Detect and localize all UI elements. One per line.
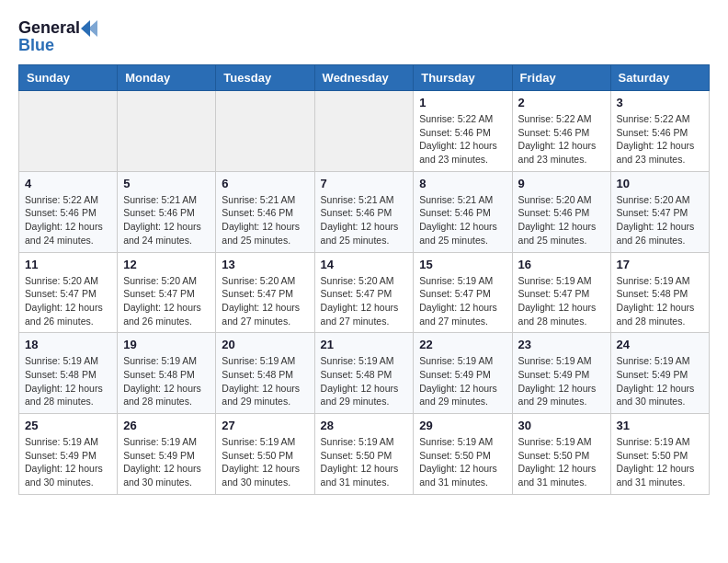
calendar-cell: 26Sunrise: 5:19 AM Sunset: 5:49 PM Dayli… xyxy=(118,414,216,495)
calendar-cell: 4Sunrise: 5:22 AM Sunset: 5:46 PM Daylig… xyxy=(19,171,118,252)
day-number: 14 xyxy=(321,258,408,271)
day-number: 2 xyxy=(518,96,605,109)
day-info: Sunrise: 5:20 AM Sunset: 5:47 PM Dayligh… xyxy=(25,274,111,328)
day-number: 22 xyxy=(419,338,506,351)
day-number: 28 xyxy=(321,419,408,432)
day-info: Sunrise: 5:19 AM Sunset: 5:50 PM Dayligh… xyxy=(419,435,506,489)
day-info: Sunrise: 5:22 AM Sunset: 5:46 PM Dayligh… xyxy=(419,112,506,167)
calendar-cell: 25Sunrise: 5:19 AM Sunset: 5:49 PM Dayli… xyxy=(19,414,118,495)
calendar-cell: 14Sunrise: 5:20 AM Sunset: 5:47 PM Dayli… xyxy=(314,252,414,333)
calendar-cell: 21Sunrise: 5:19 AM Sunset: 5:48 PM Dayli… xyxy=(314,333,414,414)
day-info: Sunrise: 5:22 AM Sunset: 5:46 PM Dayligh… xyxy=(617,112,703,167)
day-info: Sunrise: 5:19 AM Sunset: 5:49 PM Dayligh… xyxy=(25,435,111,489)
day-info: Sunrise: 5:20 AM Sunset: 5:47 PM Dayligh… xyxy=(123,274,210,328)
logo-blue-text: Blue xyxy=(18,36,54,55)
calendar-cell: 16Sunrise: 5:19 AM Sunset: 5:47 PM Dayli… xyxy=(512,252,610,333)
week-row-1: 1Sunrise: 5:22 AM Sunset: 5:46 PM Daylig… xyxy=(19,91,710,172)
day-number: 8 xyxy=(419,177,506,190)
weekday-header-row: SundayMondayTuesdayWednesdayThursdayFrid… xyxy=(19,65,710,91)
calendar-cell: 18Sunrise: 5:19 AM Sunset: 5:48 PM Dayli… xyxy=(19,333,118,414)
calendar-cell xyxy=(118,91,216,172)
day-number: 21 xyxy=(321,338,408,351)
day-number: 25 xyxy=(25,419,111,432)
day-info: Sunrise: 5:21 AM Sunset: 5:46 PM Dayligh… xyxy=(419,193,506,247)
day-number: 31 xyxy=(617,419,703,432)
weekday-header-tuesday: Tuesday xyxy=(216,65,314,91)
calendar-cell xyxy=(216,91,314,172)
day-number: 23 xyxy=(518,338,605,351)
calendar-cell: 12Sunrise: 5:20 AM Sunset: 5:47 PM Dayli… xyxy=(118,252,216,333)
calendar-table: SundayMondayTuesdayWednesdayThursdayFrid… xyxy=(18,64,710,495)
day-info: Sunrise: 5:19 AM Sunset: 5:48 PM Dayligh… xyxy=(123,354,210,408)
week-row-5: 25Sunrise: 5:19 AM Sunset: 5:49 PM Dayli… xyxy=(19,414,710,495)
day-number: 13 xyxy=(222,258,308,271)
day-number: 9 xyxy=(518,177,605,190)
calendar-cell: 9Sunrise: 5:20 AM Sunset: 5:46 PM Daylig… xyxy=(512,171,610,252)
calendar-cell: 10Sunrise: 5:20 AM Sunset: 5:47 PM Dayli… xyxy=(610,171,709,252)
day-number: 27 xyxy=(222,419,308,432)
calendar-cell: 7Sunrise: 5:21 AM Sunset: 5:46 PM Daylig… xyxy=(314,171,414,252)
day-info: Sunrise: 5:19 AM Sunset: 5:47 PM Dayligh… xyxy=(518,274,605,328)
week-row-3: 11Sunrise: 5:20 AM Sunset: 5:47 PM Dayli… xyxy=(19,252,710,333)
calendar-cell: 31Sunrise: 5:19 AM Sunset: 5:50 PM Dayli… xyxy=(610,414,709,495)
weekday-header-friday: Friday xyxy=(512,65,610,91)
day-number: 24 xyxy=(617,338,703,351)
calendar-cell: 5Sunrise: 5:21 AM Sunset: 5:46 PM Daylig… xyxy=(118,171,216,252)
day-number: 20 xyxy=(222,338,308,351)
calendar-cell: 3Sunrise: 5:22 AM Sunset: 5:46 PM Daylig… xyxy=(610,91,709,172)
day-number: 19 xyxy=(123,338,210,351)
day-number: 1 xyxy=(419,96,506,109)
calendar-cell: 15Sunrise: 5:19 AM Sunset: 5:47 PM Dayli… xyxy=(414,252,512,333)
header: GeneralBlue xyxy=(18,18,710,55)
day-info: Sunrise: 5:19 AM Sunset: 5:48 PM Dayligh… xyxy=(321,354,408,408)
day-info: Sunrise: 5:19 AM Sunset: 5:49 PM Dayligh… xyxy=(518,354,605,408)
logo-container: GeneralBlue xyxy=(18,18,98,55)
day-info: Sunrise: 5:19 AM Sunset: 5:48 PM Dayligh… xyxy=(222,354,308,408)
day-info: Sunrise: 5:19 AM Sunset: 5:50 PM Dayligh… xyxy=(617,435,703,489)
week-row-2: 4Sunrise: 5:22 AM Sunset: 5:46 PM Daylig… xyxy=(19,171,710,252)
day-info: Sunrise: 5:20 AM Sunset: 5:46 PM Dayligh… xyxy=(518,193,605,247)
day-number: 26 xyxy=(123,419,210,432)
calendar-cell: 23Sunrise: 5:19 AM Sunset: 5:49 PM Dayli… xyxy=(512,333,610,414)
day-info: Sunrise: 5:19 AM Sunset: 5:50 PM Dayligh… xyxy=(321,435,408,489)
day-number: 7 xyxy=(321,177,408,190)
week-row-4: 18Sunrise: 5:19 AM Sunset: 5:48 PM Dayli… xyxy=(19,333,710,414)
day-info: Sunrise: 5:22 AM Sunset: 5:46 PM Dayligh… xyxy=(518,112,605,167)
calendar-cell: 8Sunrise: 5:21 AM Sunset: 5:46 PM Daylig… xyxy=(414,171,512,252)
day-info: Sunrise: 5:19 AM Sunset: 5:47 PM Dayligh… xyxy=(419,274,506,328)
day-number: 29 xyxy=(419,419,506,432)
day-info: Sunrise: 5:22 AM Sunset: 5:46 PM Dayligh… xyxy=(25,193,111,247)
calendar-cell xyxy=(19,91,118,172)
calendar-cell: 19Sunrise: 5:19 AM Sunset: 5:48 PM Dayli… xyxy=(118,333,216,414)
weekday-header-sunday: Sunday xyxy=(19,65,118,91)
day-number: 17 xyxy=(617,258,703,271)
calendar-cell: 2Sunrise: 5:22 AM Sunset: 5:46 PM Daylig… xyxy=(512,91,610,172)
weekday-header-thursday: Thursday xyxy=(414,65,512,91)
logo-general-text: General xyxy=(18,18,80,38)
day-number: 12 xyxy=(123,258,210,271)
calendar-cell: 24Sunrise: 5:19 AM Sunset: 5:49 PM Dayli… xyxy=(610,333,709,414)
day-number: 6 xyxy=(222,177,308,190)
day-info: Sunrise: 5:20 AM Sunset: 5:47 PM Dayligh… xyxy=(321,274,408,328)
day-info: Sunrise: 5:19 AM Sunset: 5:49 PM Dayligh… xyxy=(123,435,210,489)
logo: GeneralBlue xyxy=(18,18,98,55)
calendar-cell: 27Sunrise: 5:19 AM Sunset: 5:50 PM Dayli… xyxy=(216,414,314,495)
day-info: Sunrise: 5:21 AM Sunset: 5:46 PM Dayligh… xyxy=(123,193,210,247)
calendar-cell: 1Sunrise: 5:22 AM Sunset: 5:46 PM Daylig… xyxy=(414,91,512,172)
day-number: 16 xyxy=(518,258,605,271)
day-info: Sunrise: 5:19 AM Sunset: 5:48 PM Dayligh… xyxy=(25,354,111,408)
calendar-cell: 13Sunrise: 5:20 AM Sunset: 5:47 PM Dayli… xyxy=(216,252,314,333)
day-info: Sunrise: 5:20 AM Sunset: 5:47 PM Dayligh… xyxy=(222,274,308,328)
day-info: Sunrise: 5:19 AM Sunset: 5:49 PM Dayligh… xyxy=(617,354,703,408)
day-info: Sunrise: 5:19 AM Sunset: 5:48 PM Dayligh… xyxy=(617,274,703,328)
day-info: Sunrise: 5:19 AM Sunset: 5:50 PM Dayligh… xyxy=(518,435,605,489)
day-number: 11 xyxy=(25,258,111,271)
day-number: 30 xyxy=(518,419,605,432)
weekday-header-saturday: Saturday xyxy=(610,65,709,91)
day-info: Sunrise: 5:21 AM Sunset: 5:46 PM Dayligh… xyxy=(321,193,408,247)
calendar-cell: 29Sunrise: 5:19 AM Sunset: 5:50 PM Dayli… xyxy=(414,414,512,495)
calendar-cell: 28Sunrise: 5:19 AM Sunset: 5:50 PM Dayli… xyxy=(314,414,414,495)
day-info: Sunrise: 5:19 AM Sunset: 5:49 PM Dayligh… xyxy=(419,354,506,408)
day-info: Sunrise: 5:19 AM Sunset: 5:50 PM Dayligh… xyxy=(222,435,308,489)
day-info: Sunrise: 5:21 AM Sunset: 5:46 PM Dayligh… xyxy=(222,193,308,247)
